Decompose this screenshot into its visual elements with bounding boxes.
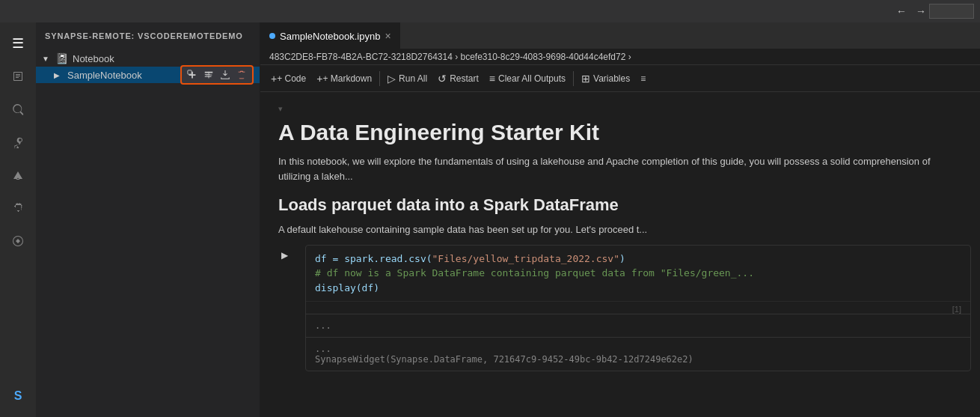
cell-output-2: ... SynapseWidget(Synapse.DataFrame, 721… — [306, 337, 970, 371]
back-button[interactable]: ← — [893, 4, 910, 19]
cell-footer: [1] — [306, 301, 970, 314]
sidebar-item-notebook[interactable]: ▼ 📓 Notebook — [36, 50, 260, 67]
tab-dot — [269, 33, 275, 39]
run-all-icon: ▷ — [388, 73, 396, 85]
notebook-toolbar: + + Code + + Markdown ▷ Run All ↺ Restar… — [260, 65, 980, 92]
activity-source-control-icon[interactable] — [3, 127, 33, 157]
chevron-down-icon: ▼ — [42, 55, 51, 63]
activity-bar: ☰ S — [0, 22, 36, 417]
chevron-right-icon: ▶ — [54, 71, 63, 79]
sidebar-item-samplenotebook[interactable]: ▶ SampleNotebook — [36, 67, 260, 83]
sidebar: SYNAPSE-REMOTE: VSCODEREMOTEDEMO ▼ 📓 Not… — [36, 22, 260, 417]
sidebar-header: SYNAPSE-REMOTE: VSCODEREMOTEDEMO — [36, 22, 260, 49]
table-icon: ⊞ — [581, 73, 590, 85]
output-dots-2: ... — [315, 344, 961, 354]
plus-markdown-icon: + — [316, 73, 322, 85]
notebook-file-icon: 📓 — [55, 52, 68, 64]
notebook-main-title: A Data Engineering Starter Kit — [278, 120, 962, 145]
notebook-actions — [180, 65, 254, 85]
toolbar-separator-1 — [379, 71, 380, 86]
cell-gutter: ▶ — [269, 245, 299, 372]
restart-button[interactable]: ↺ Restart — [433, 70, 483, 87]
run-all-button[interactable]: ▷ Run All — [383, 70, 432, 87]
clear-outputs-button[interactable]: ≡ Clear All Outputs — [485, 70, 570, 87]
activity-deploy-icon[interactable] — [3, 160, 33, 190]
more-options-button[interactable]: ≡ — [636, 71, 650, 86]
add-code-toolbar-button[interactable]: + + Code — [266, 70, 310, 87]
markdown-section-1: ▾ A Data Engineering Starter Kit In this… — [260, 104, 980, 237]
cell-run-button[interactable]: ▶ — [277, 248, 292, 263]
activity-extensions-icon[interactable] — [3, 193, 33, 223]
sidebar-section-notebook: ▼ 📓 Notebook ▶ SampleNotebook — [36, 49, 260, 85]
notebook-intro-text: In this notebook, we will explore the fu… — [278, 154, 962, 183]
title-bar-search — [929, 4, 974, 19]
breadcrumb: 483C2DE8-FB78-4B2A-BC72-3218D2764314 › b… — [260, 49, 980, 65]
title-bar: ← → — [0, 0, 980, 22]
code-line-3: display(df) — [315, 281, 961, 296]
notebook-subtitle: Loads parquet data into a Spark DataFram… — [278, 195, 962, 215]
add-markdown-toolbar-button[interactable]: + + Markdown — [312, 70, 376, 87]
code-content: df = spark.read.csv("Files/yellow_tripda… — [306, 246, 970, 302]
notebook-area: SampleNotebook.ipynb × 483C2DE8-FB78-4B2… — [260, 22, 980, 417]
activity-explorer-icon[interactable] — [3, 61, 33, 91]
forward-button[interactable]: → — [913, 4, 929, 19]
output-widget: SynapseWidget(Synapse.DataFrame, 721647c… — [315, 354, 961, 365]
plus-icon: + — [271, 73, 277, 85]
notebook-description-text: A default lakehouse containing sample da… — [278, 222, 962, 237]
tab-close-button[interactable]: × — [385, 30, 391, 42]
delete-notebook-button[interactable] — [234, 68, 249, 82]
notebook-content: ▾ A Data Engineering Starter Kit In this… — [260, 92, 980, 417]
activity-synapse-icon[interactable]: S — [3, 381, 33, 411]
action-btn-group — [180, 65, 254, 85]
collapse-chevron[interactable]: ▾ — [278, 104, 283, 114]
output-dots-1: ... — [315, 320, 961, 331]
main-layout: ☰ S SYNAPSE-REMOTE: VSCODEREMOTEDEMO — [0, 22, 980, 417]
cell-body[interactable]: df = spark.read.csv("Files/yellow_tripda… — [305, 245, 971, 372]
tab-bar: SampleNotebook.ipynb × — [260, 22, 980, 49]
code-line-1: df = spark.read.csv("Files/yellow_tripda… — [315, 252, 961, 267]
restart-icon: ↺ — [438, 73, 447, 85]
export-notebook-button[interactable] — [218, 68, 233, 82]
add-code-cell-button[interactable] — [185, 68, 200, 82]
add-markdown-cell-button[interactable] — [201, 68, 216, 82]
clear-icon: ≡ — [489, 73, 495, 85]
ellipsis-icon: ≡ — [640, 73, 646, 84]
svg-rect-0 — [188, 70, 192, 74]
cell-output-1: ... — [306, 314, 970, 337]
toolbar-separator-2 — [573, 71, 574, 86]
code-cell-1: ▶ df = spark.read.csv("Files/yellow_trip… — [260, 245, 980, 372]
title-bar-nav[interactable]: ← → — [893, 4, 929, 19]
tab-label: SampleNotebook.ipynb — [280, 31, 380, 42]
activity-menu-icon[interactable]: ☰ — [3, 28, 33, 58]
cell-number: [1] — [952, 305, 961, 314]
variables-button[interactable]: ⊞ Variables — [577, 70, 634, 87]
tab-samplenotebook[interactable]: SampleNotebook.ipynb × — [260, 22, 400, 49]
activity-remote-icon[interactable] — [3, 226, 33, 256]
activity-search-icon[interactable] — [3, 94, 33, 124]
code-line-2: # df now is a Spark DataFrame containing… — [315, 266, 961, 281]
